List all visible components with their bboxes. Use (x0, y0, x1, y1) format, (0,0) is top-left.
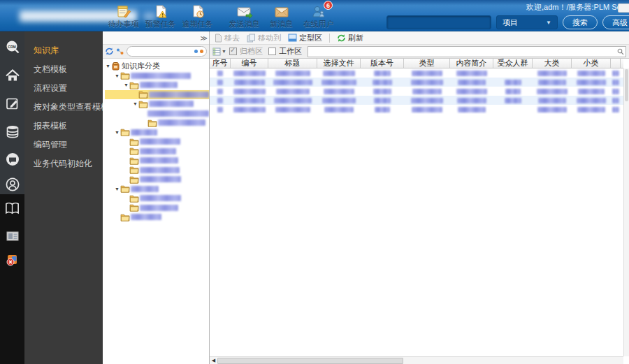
column-header[interactable]: 内容简介 (450, 59, 493, 68)
tree-expand-arrow-icon[interactable]: ▼ (105, 64, 111, 68)
tree-node[interactable] (105, 90, 209, 100)
tree-node[interactable] (105, 212, 209, 222)
sidebar-item-templates-by-object-type[interactable]: 按对象类型查看模板 (24, 98, 103, 117)
advanced-search-button[interactable]: 高级 (602, 15, 629, 29)
sidebar-item-knowledge-base[interactable]: 知识库 (24, 41, 103, 60)
sidebar-item-business-code-init[interactable]: 业务代码初始化 (24, 154, 103, 173)
tree-search-orange-dot-icon[interactable] (200, 50, 203, 53)
horizontal-scrollbar[interactable]: ◀ (210, 356, 623, 364)
tree-expand-arrow-icon[interactable]: ▼ (123, 82, 129, 87)
card-panel-icon[interactable] (4, 228, 20, 244)
column-header[interactable]: 大类 (533, 59, 572, 68)
folder-icon (129, 203, 140, 212)
remove-button[interactable]: 移去 (212, 33, 242, 43)
user-profile-icon[interactable] (4, 176, 20, 192)
tree-root-node[interactable]: ▼知识库分类 (105, 61, 209, 71)
table-cell (611, 87, 621, 96)
column-config-icon[interactable]: ▼ (212, 48, 226, 56)
tree-node[interactable]: ▼ (105, 128, 209, 138)
tree-node[interactable] (105, 156, 209, 166)
redacted-cell-value (411, 98, 443, 103)
tree-node[interactable]: ▼ (105, 80, 209, 90)
tree-node[interactable] (105, 194, 209, 203)
search-scope-dropdown[interactable]: 项目 ▼ (496, 15, 558, 29)
vertical-scrollbar-thumb[interactable] (625, 69, 628, 101)
folder-icon (129, 81, 140, 89)
tree-node[interactable] (105, 175, 209, 184)
horizontal-scrollbar-thumb[interactable] (217, 358, 403, 364)
vertical-scrollbar[interactable] (623, 68, 629, 356)
todo-items-button[interactable]: 待办事项 (105, 2, 142, 29)
tree-expand-all-icon[interactable] (116, 48, 124, 56)
folder-icon (129, 166, 140, 174)
book-icon[interactable] (4, 200, 20, 216)
send-message-button[interactable]: 发送消息 (226, 2, 263, 29)
tree-expand-arrow-icon[interactable]: ▼ (114, 73, 120, 78)
column-header[interactable]: 类型 (404, 59, 450, 68)
tree-expand-arrow-icon[interactable]: ▼ (132, 101, 138, 106)
move-to-button[interactable]: 移动到 (245, 33, 283, 43)
sidebar-menu: 知识库 文档模板 流程设置 按对象类型查看模板 报表模板 编码管理 业务代码初始… (24, 31, 103, 364)
sidebar-item-document-templates[interactable]: 文档模板 (24, 60, 103, 79)
new-message-button[interactable]: 新消息 (263, 2, 300, 29)
tree-node[interactable] (105, 118, 209, 128)
overdue-tasks-button[interactable]: 逾期任务 (179, 2, 216, 29)
redacted-cell-value (411, 80, 443, 85)
online-users-button[interactable]: 6 在线用户 (300, 2, 337, 29)
fixed-zone-button[interactable]: 定型区 (286, 33, 324, 43)
refresh-button[interactable]: 刷新 (335, 33, 366, 43)
search-button[interactable]: 搜索 (563, 15, 598, 29)
tree-node[interactable] (105, 203, 209, 213)
redacted-cell-value (412, 89, 442, 94)
table-cell (450, 68, 493, 78)
archive-zone-checkbox[interactable] (229, 48, 237, 55)
tree-node[interactable]: ▼ (105, 71, 209, 81)
collapse-panel-icon[interactable]: ≫ (201, 34, 206, 42)
tree-search-input[interactable] (126, 46, 207, 57)
exit-app-icon[interactable] (4, 252, 20, 268)
database-icon[interactable] (4, 123, 20, 139)
tree-node[interactable] (105, 109, 209, 119)
crm-search-logo-icon[interactable]: CRM (4, 39, 20, 55)
column-header[interactable]: 标题 (268, 59, 317, 68)
sidebar-item-code-management[interactable]: 编码管理 (24, 136, 103, 154)
global-search-input[interactable] (386, 15, 491, 29)
table-cell (361, 87, 404, 96)
column-header[interactable]: 受众人群 (493, 59, 533, 68)
column-header[interactable]: 编号 (231, 59, 268, 68)
table-cell (404, 105, 450, 114)
table-row[interactable] (210, 78, 623, 87)
sidebar-item-process-settings[interactable]: 流程设置 (24, 79, 103, 98)
redacted-cell-value (537, 107, 567, 112)
send-envelope-icon (226, 2, 263, 19)
tree-node[interactable]: ▼ (105, 99, 209, 109)
tree-search-blue-dot-icon[interactable] (194, 50, 198, 53)
corner-widget[interactable] (618, 3, 629, 13)
table-row[interactable] (210, 68, 623, 78)
tree-expand-arrow-icon[interactable]: ▼ (114, 130, 120, 135)
scroll-left-arrow-icon[interactable]: ◀ (210, 357, 217, 364)
sidebar-item-report-templates[interactable]: 报表模板 (24, 117, 103, 136)
workspace-checkbox[interactable] (268, 48, 276, 55)
table-row[interactable] (210, 87, 623, 96)
table-cell (317, 68, 361, 78)
tree-refresh-icon[interactable] (105, 47, 114, 56)
grid-filter-input[interactable] (308, 46, 626, 57)
column-header[interactable]: 序号 (210, 59, 231, 68)
column-header[interactable]: 版本号 (361, 59, 404, 68)
table-row[interactable] (210, 105, 623, 114)
warning-tasks-button[interactable]: 预警任务 (142, 2, 179, 29)
column-header[interactable]: 小类 (572, 59, 611, 68)
tree-node[interactable] (105, 147, 209, 156)
column-header-filler[interactable] (611, 59, 621, 68)
column-header[interactable]: 选择文件 (317, 59, 361, 68)
tree-node[interactable]: ▼ (105, 184, 209, 194)
home-icon[interactable] (4, 67, 20, 83)
edit-icon[interactable] (4, 95, 20, 111)
table-body (210, 68, 623, 364)
tree-node[interactable] (105, 166, 209, 175)
table-row[interactable] (210, 96, 623, 105)
tree-expand-arrow-icon[interactable]: ▼ (114, 187, 120, 191)
tree-node[interactable] (105, 137, 209, 147)
chat-icon[interactable] (4, 151, 20, 167)
